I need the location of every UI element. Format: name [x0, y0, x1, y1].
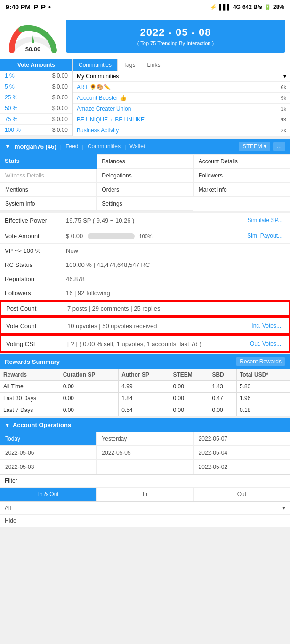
reputation-row: Reputation 46.878: [0, 272, 290, 286]
stats-system-info[interactable]: System Info: [0, 197, 97, 211]
p-icon1: P: [33, 3, 38, 11]
nav-right: STEEM ▾ ...: [239, 142, 285, 151]
filter-in[interactable]: In: [97, 487, 193, 501]
vote-row-3[interactable]: 25 % $ 0.00: [0, 92, 72, 103]
info-section: Effective Power 19.75 SP ( 9.49 + 10.26 …: [0, 213, 290, 353]
rewards-sbd-7: 0.00: [209, 404, 236, 416]
community-account-booster[interactable]: Account Booster 👍 9k: [73, 93, 290, 104]
rewards-total-7: 0.18: [236, 404, 290, 416]
filter-tabs: In & Out In Out: [0, 487, 290, 502]
top-section: $0.00 2022 - 05 - 08 ( Top 75 Trending B…: [0, 14, 290, 59]
date-main: 2022 - 05 - 08: [71, 26, 281, 39]
date-yesterday[interactable]: Yesterday: [97, 432, 193, 446]
status-right: ⚡ ▌▌▌ 4G 642 B/s 🔋 28%: [210, 4, 284, 10]
tab-communities[interactable]: Communities: [73, 59, 118, 71]
all-label: All: [5, 505, 11, 511]
effective-power-row: Effective Power 19.75 SP ( 9.49 + 10.26 …: [0, 213, 290, 228]
community-tabs: Communities Tags Links: [73, 59, 290, 71]
stats-orders[interactable]: Orders: [97, 183, 193, 197]
nav-username[interactable]: morgan76 (46): [15, 143, 56, 150]
out-votes-button[interactable]: Out. Votes...: [247, 339, 284, 348]
status-left: 9:40 PM P P •: [6, 3, 51, 11]
rewards-total-all: 5.80: [236, 381, 290, 393]
rewards-steem-all: 0.00: [170, 381, 209, 393]
nav-wallet[interactable]: Wallet: [129, 143, 145, 150]
nav-feed[interactable]: Feed: [65, 143, 78, 150]
vote-row-5[interactable]: 75 % $ 0.00: [0, 114, 72, 125]
vote-amt-4: $ 0.00: [52, 105, 68, 112]
rewards-curation-all: 0.00: [60, 381, 119, 393]
rewards-section: Rewards Summary Recent Rewards Rewards C…: [0, 354, 290, 416]
stats-balances[interactable]: Balances: [97, 154, 193, 169]
vote-row-2[interactable]: 5 % $ 0.00: [0, 81, 72, 92]
vote-amount-value: $ 0.00 100%: [66, 233, 244, 240]
vote-pct-1: 1 %: [5, 72, 15, 79]
rc-value: 100.00 % | 41,474,648,547 RC: [66, 261, 285, 268]
stats-mentions[interactable]: Mentions: [0, 183, 97, 197]
date-2022-05-06[interactable]: 2022-05-06: [0, 446, 97, 460]
date-2022-05-03[interactable]: 2022-05-03: [0, 460, 97, 474]
vote-row-6[interactable]: 100 % $ 0.00: [0, 125, 72, 136]
battery-pct: 28%: [273, 4, 284, 10]
time: 9:40 PM: [6, 3, 31, 11]
rewards-sbd-all: 1.43: [209, 381, 236, 393]
rewards-author-30: 1.84: [119, 393, 170, 404]
vote-count-label: Vote Count: [6, 322, 67, 330]
stats-settings[interactable]: Settings: [97, 197, 193, 211]
stats-followers[interactable]: Followers: [193, 169, 290, 183]
rewards-header: Rewards Summary Recent Rewards: [0, 354, 290, 369]
rc-status-row: RC Status 100.00 % | 41,474,648,547 RC: [0, 258, 290, 272]
vote-amounts: Vote Amounts 1 % $ 0.00 5 % $ 0.00 25 % …: [0, 59, 73, 136]
tab-links[interactable]: Links: [141, 59, 166, 71]
all-row: All ▾: [0, 502, 290, 515]
followers-value: 16 | 92 following: [66, 290, 285, 297]
community-amaze[interactable]: Amaze Creater Union 1k: [73, 104, 290, 114]
bluetooth-icon: ⚡: [210, 4, 217, 10]
vote-pct-3: 25 %: [5, 94, 17, 101]
hide-row[interactable]: Hide: [0, 515, 290, 527]
stats-header: Stats: [0, 154, 97, 169]
filter-in-out[interactable]: In & Out: [0, 487, 97, 501]
date-today[interactable]: Today: [0, 432, 97, 446]
sim-payout-button[interactable]: Sim. Payout...: [244, 232, 285, 240]
simulate-sp-button[interactable]: Simulate SP...: [245, 216, 285, 225]
col-author-sp: Author SP: [119, 369, 170, 381]
account-ops-header: ▼ Account Operations: [0, 418, 290, 432]
rc-label: RC Status: [5, 261, 66, 268]
vp-row: VP ~> 100 % Now: [0, 244, 290, 258]
stats-account-details[interactable]: Account Details: [193, 154, 290, 169]
nav-communities[interactable]: Communities: [88, 143, 121, 150]
date-2022-05-05[interactable]: 2022-05-05: [97, 446, 193, 460]
vote-row-1[interactable]: 1 % $ 0.00: [0, 71, 72, 81]
vote-row-4[interactable]: 50 % $ 0.00: [0, 103, 72, 114]
date-2022-05-04[interactable]: 2022-05-04: [193, 446, 290, 460]
rewards-curation-30: 0.00: [60, 393, 119, 404]
community-art[interactable]: ART 🌻🎨✏️ 6k: [73, 82, 290, 93]
steem-button[interactable]: STEEM ▾: [239, 142, 270, 151]
inc-votes-button[interactable]: Inc. Votes...: [249, 322, 284, 330]
date-2022-05-07[interactable]: 2022-05-07: [193, 432, 290, 446]
rewards-recent[interactable]: Recent Rewards: [236, 357, 285, 366]
vote-progress-label: 100%: [139, 233, 152, 239]
community-be-unique[interactable]: BE UNIQUE→ BE UNLIKE 93: [73, 114, 290, 125]
dates-grid: Today Yesterday 2022-05-07 2022-05-06 20…: [0, 432, 290, 475]
more-button[interactable]: ...: [273, 142, 285, 151]
rewards-label-7: Last 7 Days: [0, 404, 60, 416]
rewards-steem-30: 0.00: [170, 393, 209, 404]
vp-value: Now: [66, 247, 285, 254]
vote-amount-row: Vote Amount $ 0.00 100% Sim. Payout...: [0, 228, 290, 244]
filter-out[interactable]: Out: [193, 487, 290, 501]
rewards-sbd-30: 0.47: [209, 393, 236, 404]
rewards-author-all: 4.99: [119, 381, 170, 393]
effective-power-label: Effective Power: [5, 217, 66, 224]
stats-market-info[interactable]: Market Info: [193, 183, 290, 197]
all-arrow: ▾: [282, 505, 285, 511]
col-sbd: SBD: [209, 369, 236, 381]
vote-communities-section: Vote Amounts 1 % $ 0.00 5 % $ 0.00 25 % …: [0, 59, 290, 136]
tab-tags[interactable]: Tags: [118, 59, 141, 71]
gauge-value: $0.00: [25, 46, 41, 53]
community-business[interactable]: Business Activity 2k: [73, 125, 290, 136]
date-2022-05-02[interactable]: 2022-05-02: [193, 460, 290, 474]
stats-delegations[interactable]: Delegations: [97, 169, 193, 183]
rewards-row-30days: Last 30 Days 0.00 1.84 0.00 0.47 1.96: [0, 393, 290, 404]
